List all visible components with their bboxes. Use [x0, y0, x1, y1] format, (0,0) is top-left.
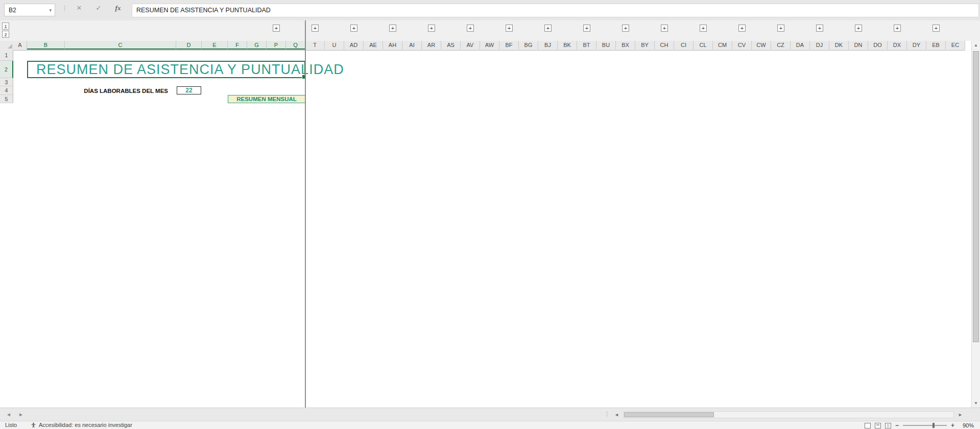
monthly-summary-banner: RESUMEN MENSUAL	[228, 95, 305, 103]
sheet-row: 1	[0, 50, 965, 61]
row-header[interactable]: 3	[0, 78, 13, 86]
page-layout-view-icon[interactable]	[875, 423, 881, 428]
hscroll-right-icon[interactable]: ►	[958, 412, 963, 417]
tab-splitter-icon[interactable]: ⋮	[604, 411, 610, 417]
horizontal-scroll-thumb[interactable]	[624, 412, 714, 417]
sheet-row: 2RESUMEN DE ASISTENCIA Y PUNTUALIDAD	[0, 61, 965, 78]
status-bar: Listo Accesibilidad: es necesario invest…	[0, 421, 980, 429]
accessibility-person-icon	[31, 422, 36, 428]
vertical-scrollbar[interactable]: ▲ ▼	[971, 41, 980, 408]
working-days-label: DÍAS LABORABLES DEL MES	[65, 86, 173, 95]
sheet-row: 5RESUMEN MENSUAL	[0, 95, 965, 103]
accessibility-status[interactable]: Accesibilidad: es necesario investigar	[31, 422, 132, 428]
zoom-slider-handle[interactable]	[933, 423, 935, 428]
zoom-level: 90%	[959, 422, 974, 428]
freeze-pane-divider	[305, 20, 306, 408]
zoom-out-button[interactable]: −	[895, 422, 899, 429]
normal-view-icon[interactable]	[865, 423, 871, 428]
hscroll-left-icon[interactable]: ◄	[614, 412, 619, 417]
row-header[interactable]: 5	[0, 95, 13, 103]
sheet-grid: 12RESUMEN DE ASISTENCIA Y PUNTUALIDAD34D…	[0, 0, 980, 429]
accessibility-text: Accesibilidad: es necesario investigar	[39, 422, 132, 428]
scroll-up-icon[interactable]: ▲	[972, 41, 980, 50]
tab-scroll-right-icon[interactable]: ►	[18, 412, 23, 417]
horizontal-scrollbar[interactable]	[623, 411, 954, 418]
vertical-scroll-thumb[interactable]	[973, 51, 979, 342]
working-days-value[interactable]: 22	[177, 86, 201, 94]
sheet-tab-bar: ◄ ► ⋮ ◄ ►	[0, 408, 980, 421]
title-cell-selected[interactable]: RESUMEN DE ASISTENCIA Y PUNTUALIDAD	[27, 61, 305, 78]
row-header[interactable]: 4	[0, 86, 13, 95]
page-break-view-icon[interactable]	[885, 423, 891, 428]
status-right-controls: − + 90%	[865, 422, 974, 429]
sheet-row: 4DÍAS LABORABLES DEL MES22	[0, 86, 965, 95]
zoom-slider[interactable]	[903, 425, 947, 426]
excel-window: B2 ▾ ⋮ ✕ ✓ fx RESUMEN DE ASISTENCIA Y PU…	[0, 0, 980, 429]
sheet-title: RESUMEN DE ASISTENCIA Y PUNTUALIDAD	[28, 62, 344, 78]
row-header[interactable]: 2	[0, 61, 13, 78]
zoom-in-button[interactable]: +	[951, 422, 954, 429]
scroll-down-icon[interactable]: ▼	[972, 399, 980, 408]
row-header[interactable]: 1	[0, 50, 13, 61]
status-mode-label: Listo	[5, 422, 17, 428]
tab-scroll-left-icon[interactable]: ◄	[6, 412, 11, 417]
sheet-row: 3	[0, 78, 965, 86]
